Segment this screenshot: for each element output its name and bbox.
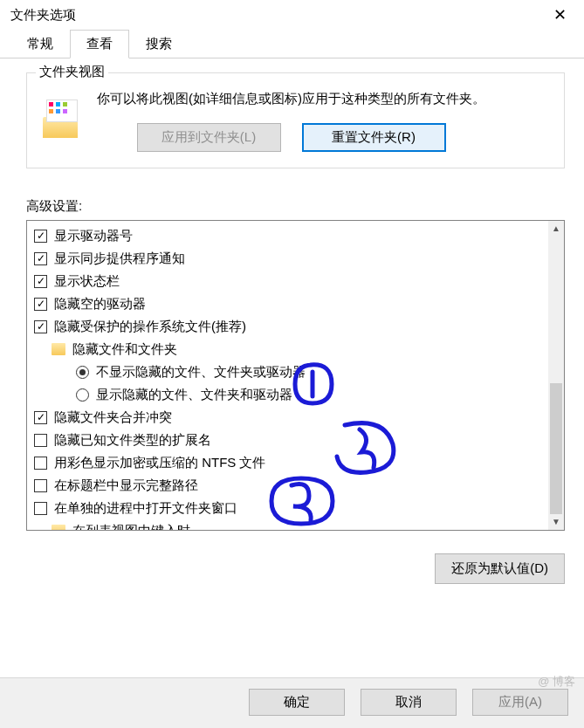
item-label[interactable]: 隐藏文件和文件夹: [72, 338, 177, 361]
item-label[interactable]: 在单独的进程中打开文件夹窗口: [54, 497, 237, 519]
restore-defaults-button[interactable]: 还原为默认值(D): [435, 553, 565, 584]
folder-icon: [52, 343, 65, 355]
cancel-button[interactable]: 取消: [361, 689, 457, 716]
watermark: @ 博客: [538, 674, 575, 690]
item-label[interactable]: 不显示隐藏的文件、文件夹或驱动器: [96, 361, 306, 383]
scroll-up-icon[interactable]: ▲: [548, 221, 564, 237]
item-label[interactable]: 显示驱动器号: [54, 224, 133, 247]
item-label[interactable]: 隐藏文件夹合并冲突: [54, 406, 172, 429]
checkbox-icon[interactable]: [34, 434, 47, 447]
folder-icon: [52, 525, 65, 530]
item-label[interactable]: 显示状态栏: [54, 270, 120, 292]
apply-to-folders-button: 应用到文件夹(L): [137, 123, 281, 152]
reset-folders-button[interactable]: 重置文件夹(R): [302, 123, 446, 152]
item-label[interactable]: 在标题栏中显示完整路径: [54, 474, 198, 497]
radio-icon[interactable]: [76, 388, 89, 402]
group-description: 你可以将此视图(如详细信息或图标)应用于这种类型的所有文件夹。: [97, 89, 485, 107]
folder-preview-icon: [41, 94, 85, 138]
checkbox-icon[interactable]: [34, 479, 47, 492]
radio-icon[interactable]: [76, 366, 89, 379]
tab-search[interactable]: 搜索: [129, 30, 189, 58]
dialog-footer: 确定 取消 应用(A): [0, 677, 584, 728]
item-label[interactable]: 在列表视图中键入时: [72, 519, 190, 530]
advanced-label: 高级设置:: [26, 198, 565, 215]
checkbox-icon[interactable]: ✓: [34, 275, 47, 288]
scroll-down-icon[interactable]: ▼: [548, 514, 564, 530]
checkbox-icon[interactable]: ✓: [34, 230, 47, 243]
tab-general[interactable]: 常规: [10, 30, 70, 58]
scroll-thumb[interactable]: [550, 383, 562, 514]
checkbox-icon[interactable]: [34, 502, 47, 515]
apply-button[interactable]: 应用(A): [472, 689, 568, 716]
item-label[interactable]: 隐藏已知文件类型的扩展名: [54, 429, 211, 451]
item-label[interactable]: 隐藏空的驱动器: [54, 292, 146, 315]
ok-button[interactable]: 确定: [249, 689, 345, 716]
window-title: 文件夹选项: [10, 7, 76, 24]
checkbox-icon[interactable]: ✓: [34, 320, 47, 333]
checkbox-icon[interactable]: ✓: [34, 411, 47, 424]
tab-strip: 常规 查看 搜索: [0, 30, 584, 58]
tab-view[interactable]: 查看: [70, 30, 129, 58]
group-legend: 文件夹视图: [36, 64, 108, 80]
item-label[interactable]: 用彩色显示加密或压缩的 NTFS 文件: [54, 451, 266, 474]
checkbox-icon[interactable]: [34, 457, 47, 470]
item-label[interactable]: 隐藏受保护的操作系统文件(推荐): [54, 315, 246, 338]
advanced-listbox: ✓显示驱动器号 ✓显示同步提供程序通知 ✓显示状态栏 ✓隐藏空的驱动器 ✓隐藏受…: [26, 220, 565, 531]
checkbox-icon[interactable]: ✓: [34, 252, 47, 265]
scrollbar[interactable]: ▲ ▼: [548, 221, 564, 530]
folder-view-group: 文件夹视图 你可以将此视图(如详细信息或图标)应用于这种类型的所有文件夹。 应用…: [26, 72, 565, 168]
item-label[interactable]: 显示同步提供程序通知: [54, 247, 185, 270]
item-label[interactable]: 显示隐藏的文件、文件夹和驱动器: [96, 383, 292, 406]
checkbox-icon[interactable]: ✓: [34, 298, 47, 311]
close-icon[interactable]: ✕: [546, 5, 574, 24]
